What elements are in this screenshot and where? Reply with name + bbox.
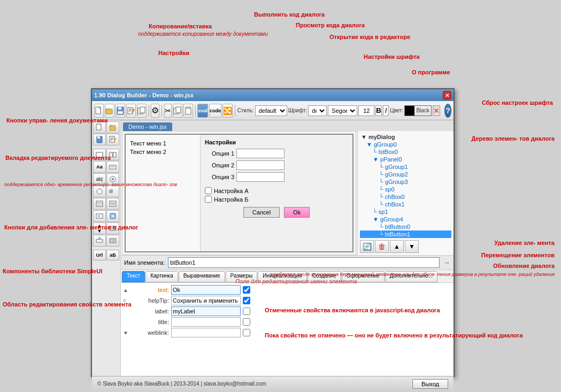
tab-align[interactable]: Выравнивание xyxy=(179,271,225,282)
prop-check-label[interactable] xyxy=(243,308,250,315)
font-size-input[interactable] xyxy=(358,105,374,116)
tree-item-gGroup3[interactable]: └ gGroup3 xyxy=(360,178,451,186)
prop-val-helptip[interactable] xyxy=(171,296,241,305)
prop-check-text[interactable] xyxy=(243,286,250,294)
tab-size[interactable]: Размеры xyxy=(226,271,258,282)
elem-btn-2[interactable] xyxy=(106,149,119,160)
elem-btn-11[interactable] xyxy=(93,210,106,222)
style-select[interactable]: default xyxy=(255,105,287,116)
elem-btn-16[interactable] xyxy=(106,235,119,247)
tab-init[interactable]: Инициализация xyxy=(258,271,306,282)
elem-btn-5[interactable]: ab| xyxy=(93,173,106,185)
option-1-input[interactable] xyxy=(236,149,285,158)
font-label: Шрифт: xyxy=(288,107,308,113)
tree-item-myDialog[interactable]: ▼ myDialog xyxy=(360,133,451,141)
edit-btn[interactable] xyxy=(126,104,136,118)
doc-tab[interactable]: Demo - win.jsx xyxy=(123,122,172,131)
elem-btn-10[interactable] xyxy=(106,198,119,210)
move-up-btn[interactable]: ▲ xyxy=(390,240,404,253)
elem-btn-4[interactable] xyxy=(106,161,119,173)
tree-item-lstBox0[interactable]: └ lstBox0 xyxy=(360,148,451,156)
prop-check-title[interactable] xyxy=(243,318,250,326)
eval-btn[interactable]: eval xyxy=(197,104,208,118)
tree-item-pPanel0[interactable]: ▼ pPanel0 xyxy=(360,156,451,163)
menu-item-2[interactable]: Текст меню 2 xyxy=(128,148,198,156)
tree-item-btButton0[interactable]: └ btButton0 xyxy=(360,223,451,230)
elem-btn-7[interactable] xyxy=(93,186,106,197)
settings-btn[interactable]: ⚙ xyxy=(151,104,159,118)
exit-btn[interactable]: Выход xyxy=(412,379,448,389)
close-button[interactable]: ✕ xyxy=(443,91,451,99)
copy-btn[interactable] xyxy=(173,104,182,118)
sidebar-btn-2[interactable] xyxy=(106,121,119,133)
paste-btn[interactable] xyxy=(183,104,193,118)
elem-btn-15[interactable] xyxy=(93,235,106,247)
font-select[interactable]: default xyxy=(308,105,327,116)
save-btn[interactable] xyxy=(116,104,125,118)
option-3-input[interactable] xyxy=(236,172,285,182)
svg-rect-13 xyxy=(140,107,145,113)
sidebar-btn-3[interactable] xyxy=(93,134,106,145)
tree-item-sp1[interactable]: └ sp1 xyxy=(360,208,451,216)
elem-btn-3[interactable]: Aа xyxy=(93,161,106,173)
help-btn[interactable]: ? xyxy=(444,104,451,118)
italic-btn[interactable]: I xyxy=(383,105,389,116)
tree-item-chBox1[interactable]: └ chBox1 xyxy=(360,201,451,208)
tab-picture[interactable]: Картинка xyxy=(145,271,178,282)
move-down-btn[interactable]: ▼ xyxy=(405,240,419,253)
expand-weblink[interactable]: ▼ xyxy=(123,330,129,336)
tree-item-btButton1[interactable]: └ btButton1 xyxy=(360,230,451,238)
delete-elem-btn[interactable]: 🗑 xyxy=(375,240,389,253)
open-editor-btn[interactable]: 🔀 xyxy=(222,104,233,118)
new-btn[interactable] xyxy=(94,104,104,118)
tree-item-gGroup1[interactable]: └ gGroup1 xyxy=(360,163,451,171)
annotation-copy: Копирование/вставка xyxy=(149,22,212,30)
url-btn[interactable]: Url xyxy=(93,250,106,260)
expand-helptip[interactable]: = xyxy=(123,298,129,304)
ab-btn[interactable]: аБ xyxy=(106,250,119,260)
prop-val-weblink[interactable] xyxy=(171,328,241,337)
elem-btn-6[interactable] xyxy=(106,173,119,185)
elem-btn-8[interactable] xyxy=(106,186,119,197)
reset-font-btn[interactable]: ✕ xyxy=(433,105,440,116)
elem-btn-12[interactable] xyxy=(106,210,119,222)
tree-item-gGroup4[interactable]: ▼ gGroup4 xyxy=(360,216,451,223)
element-name-input[interactable] xyxy=(168,257,440,268)
copy-from-btn[interactable] xyxy=(137,104,147,118)
tab-create[interactable]: Создание xyxy=(308,271,341,282)
code-btn[interactable]: code xyxy=(209,104,221,118)
elem-btn-14[interactable] xyxy=(106,222,119,234)
tree-item-gGroup0[interactable]: ▼ gGroup0 xyxy=(360,141,451,148)
checkbox-b[interactable] xyxy=(205,196,212,203)
menu-item-1[interactable]: Текст меню 1 xyxy=(128,139,198,148)
prop-val-text[interactable] xyxy=(171,285,241,295)
tree-item-sp0[interactable]: └ sp0 xyxy=(360,186,451,193)
open-btn[interactable] xyxy=(105,104,114,118)
tree-item-chBox0[interactable]: └ chBox0 xyxy=(360,193,451,201)
tab-style[interactable]: Оформление xyxy=(342,271,385,282)
tree-container: ▼ myDialog ▼ gGroup0 └ lstBox0 ▼ pPanel0… xyxy=(359,132,452,239)
sidebar-btn-4[interactable] xyxy=(106,134,119,145)
elem-btn-9[interactable] xyxy=(93,198,106,210)
name-label: Имя элемента: xyxy=(124,259,165,266)
sidebar-btn-1[interactable] xyxy=(93,121,106,133)
prop-check-weblink[interactable] xyxy=(243,329,250,336)
ok-btn[interactable]: Ok xyxy=(284,207,310,218)
font-name-select[interactable]: Segoe xyxy=(328,105,357,116)
option-2-input[interactable] xyxy=(236,160,285,170)
cancel-btn[interactable]: Cancel xyxy=(243,207,280,218)
bold-btn[interactable]: B xyxy=(375,105,382,116)
refresh-tree-btn[interactable]: 🔄 xyxy=(360,240,374,253)
tab-text[interactable]: Текст xyxy=(122,271,145,282)
cut-btn[interactable]: ✂ xyxy=(164,104,172,118)
checkbox-a[interactable] xyxy=(205,187,212,194)
prop-key-title: title: xyxy=(132,319,169,325)
expand-text[interactable]: ▲ xyxy=(123,287,129,293)
tree-item-gGroup2[interactable]: └ gGroup2 xyxy=(360,171,451,178)
elem-btn-1[interactable] xyxy=(93,149,106,160)
prop-val-label[interactable] xyxy=(171,306,241,316)
prop-val-title[interactable] xyxy=(171,317,241,327)
tab-extra[interactable]: Дополнительно... xyxy=(385,271,437,282)
elem-btn-13[interactable]: ▲▼ xyxy=(93,222,106,234)
prop-check-helptip[interactable] xyxy=(243,297,250,304)
